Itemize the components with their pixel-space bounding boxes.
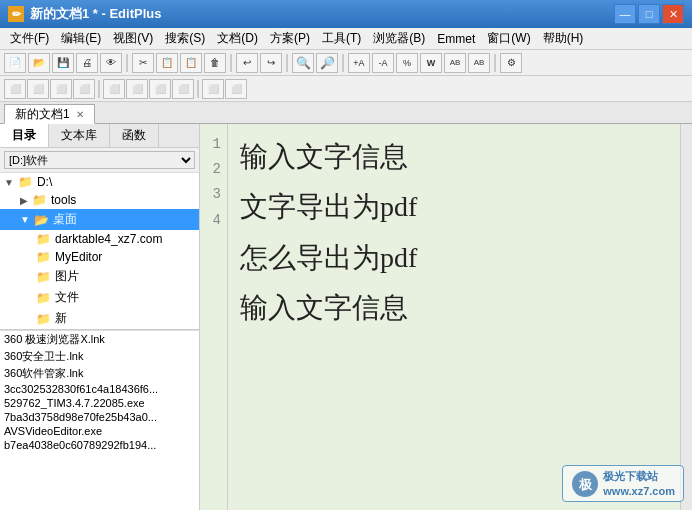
tree-item-tools[interactable]: ▶ 📁 tools	[0, 191, 199, 209]
tb-print[interactable]: 🖨	[76, 53, 98, 73]
tb-find[interactable]: 🔍	[292, 53, 314, 73]
folder-icon: 📁	[36, 270, 51, 284]
list-item[interactable]: AVSVideoEditor.exe	[0, 424, 199, 438]
list-item[interactable]: 3cc302532830f61c4a18436f6...	[0, 382, 199, 396]
sidebar-tabs: 目录 文本库 函数	[0, 124, 199, 148]
tree-item-label: 新	[55, 310, 67, 327]
tree-item-images[interactable]: 📁 图片	[0, 266, 199, 287]
menu-file[interactable]: 文件(F)	[4, 28, 55, 49]
code-editor[interactable]: 输入文字信息 文字导出为pdf 怎么导出为pdf 输入文字信息	[228, 124, 680, 510]
line-number: 3	[200, 182, 221, 207]
tb-ab2[interactable]: AB	[468, 53, 490, 73]
tb-font-inc[interactable]: +A	[348, 53, 370, 73]
tb-replace[interactable]: 🔎	[316, 53, 338, 73]
editor-area: 1 2 3 4 输入文字信息 文字导出为pdf 怎么导出为pdf 输入文字信息	[200, 124, 692, 510]
line-number: 1	[200, 132, 221, 157]
close-button[interactable]: ✕	[662, 4, 684, 24]
tb-font-dec[interactable]: -A	[372, 53, 394, 73]
tb2-btn1[interactable]: ⬜	[4, 79, 26, 99]
tb2-btn10[interactable]: ⬜	[225, 79, 247, 99]
tree-item-new[interactable]: 📁 新	[0, 308, 199, 329]
watermark-inner: 极 极光下载站 www.xz7.com	[562, 465, 684, 502]
tb-preview[interactable]: 👁	[100, 53, 122, 73]
tb2-btn2[interactable]: ⬜	[27, 79, 49, 99]
list-item[interactable]: 529762_TIM3.4.7.22085.exe	[0, 396, 199, 410]
tb-wordwrap[interactable]: W	[420, 53, 442, 73]
tab-label: 新的文档1	[15, 106, 70, 123]
watermark-logo-icon: 极	[571, 470, 599, 498]
tb-open[interactable]: 📂	[28, 53, 50, 73]
line-number: 2	[200, 157, 221, 182]
tb-settings[interactable]: ⚙	[500, 53, 522, 73]
folder-icon: 📁	[36, 232, 51, 246]
folder-icon: 📂	[34, 213, 49, 227]
tb-save[interactable]: 💾	[52, 53, 74, 73]
tb2-btn7[interactable]: ⬜	[149, 79, 171, 99]
tb2-btn9[interactable]: ⬜	[202, 79, 224, 99]
sidebar: 目录 文本库 函数 [D:]软件 ▼ 📁 D:\ ▶ 📁 tools ▼	[0, 124, 200, 510]
sidebar-tab-func[interactable]: 函数	[110, 124, 159, 147]
menu-document[interactable]: 文档(D)	[211, 28, 264, 49]
list-item[interactable]: 360安全卫士.lnk	[0, 348, 199, 365]
tb-redo[interactable]: ↪	[260, 53, 282, 73]
tb2-btn5[interactable]: ⬜	[103, 79, 125, 99]
toolbar-separator-1	[126, 54, 128, 72]
tree-item-files[interactable]: 📁 文件	[0, 287, 199, 308]
title-controls: — □ ✕	[614, 4, 684, 24]
tb-paste[interactable]: 📋	[180, 53, 202, 73]
tb2-btn8[interactable]: ⬜	[172, 79, 194, 99]
app-icon: ✏	[8, 6, 24, 22]
list-item[interactable]: 360软件管家.lnk	[0, 365, 199, 382]
tb-undo[interactable]: ↩	[236, 53, 258, 73]
tb-ab1[interactable]: AB	[444, 53, 466, 73]
folder-icon: 📁	[36, 312, 51, 326]
folder-icon: 📁	[36, 250, 51, 264]
tree-item-label: D:\	[37, 175, 52, 189]
folder-icon: 📁	[32, 193, 47, 207]
tree-item-myeditor[interactable]: 📁 MyEditor	[0, 248, 199, 266]
maximize-button[interactable]: □	[638, 4, 660, 24]
tb-cut[interactable]: ✂	[132, 53, 154, 73]
menu-tools[interactable]: 工具(T)	[316, 28, 367, 49]
list-item[interactable]: b7ea4038e0c60789292fb194...	[0, 438, 199, 452]
tb2-btn6[interactable]: ⬜	[126, 79, 148, 99]
menu-help[interactable]: 帮助(H)	[537, 28, 590, 49]
editor-scrollbar[interactable]	[680, 124, 692, 510]
menu-window[interactable]: 窗口(W)	[481, 28, 536, 49]
title-bar: ✏ 新的文档1 * - EditPlus — □ ✕	[0, 0, 692, 28]
expand-icon: ▶	[20, 195, 28, 206]
dir-label-bar: [D:]软件	[0, 148, 199, 173]
tb2-btn4[interactable]: ⬜	[73, 79, 95, 99]
file-list: 360 极速浏览器X.lnk 360安全卫士.lnk 360软件管家.lnk 3…	[0, 330, 199, 510]
menu-search[interactable]: 搜索(S)	[159, 28, 211, 49]
expand-icon: ▼	[4, 177, 14, 188]
dir-select[interactable]: [D:]软件	[4, 151, 195, 169]
menu-view[interactable]: 视图(V)	[107, 28, 159, 49]
list-item[interactable]: 360 极速浏览器X.lnk	[0, 331, 199, 348]
tb-percent[interactable]: %	[396, 53, 418, 73]
tree-item-label: MyEditor	[55, 250, 102, 264]
tab-document-1[interactable]: 新的文档1 ✕	[4, 104, 95, 124]
menu-browser[interactable]: 浏览器(B)	[367, 28, 431, 49]
sidebar-tab-textlib[interactable]: 文本库	[49, 124, 110, 147]
tree-item-label: 桌面	[53, 211, 77, 228]
tb-new[interactable]: 📄	[4, 53, 26, 73]
menu-project[interactable]: 方案(P)	[264, 28, 316, 49]
tree-item-darktable[interactable]: 📁 darktable4_xz7.com	[0, 230, 199, 248]
tab-close-icon[interactable]: ✕	[76, 109, 84, 120]
file-tree: ▼ 📁 D:\ ▶ 📁 tools ▼ 📂 桌面 📁 darktable4_xz…	[0, 173, 199, 330]
menu-emmet[interactable]: Emmet	[431, 30, 481, 48]
tb2-btn3[interactable]: ⬜	[50, 79, 72, 99]
sidebar-tab-dir[interactable]: 目录	[0, 124, 49, 147]
tb-delete[interactable]: 🗑	[204, 53, 226, 73]
list-item[interactable]: 7ba3d3758d98e70fe25b43a0...	[0, 410, 199, 424]
line-numbers: 1 2 3 4	[200, 124, 228, 510]
tree-item-label: 文件	[55, 289, 79, 306]
tree-item-desktop[interactable]: ▼ 📂 桌面	[0, 209, 199, 230]
folder-icon: 📁	[36, 291, 51, 305]
tb-copy[interactable]: 📋	[156, 53, 178, 73]
tree-item-drive[interactable]: ▼ 📁 D:\	[0, 173, 199, 191]
menu-edit[interactable]: 编辑(E)	[55, 28, 107, 49]
toolbar-main: 📄 📂 💾 🖨 👁 ✂ 📋 📋 🗑 ↩ ↪ 🔍 🔎 +A -A % W AB A…	[0, 50, 692, 76]
minimize-button[interactable]: —	[614, 4, 636, 24]
